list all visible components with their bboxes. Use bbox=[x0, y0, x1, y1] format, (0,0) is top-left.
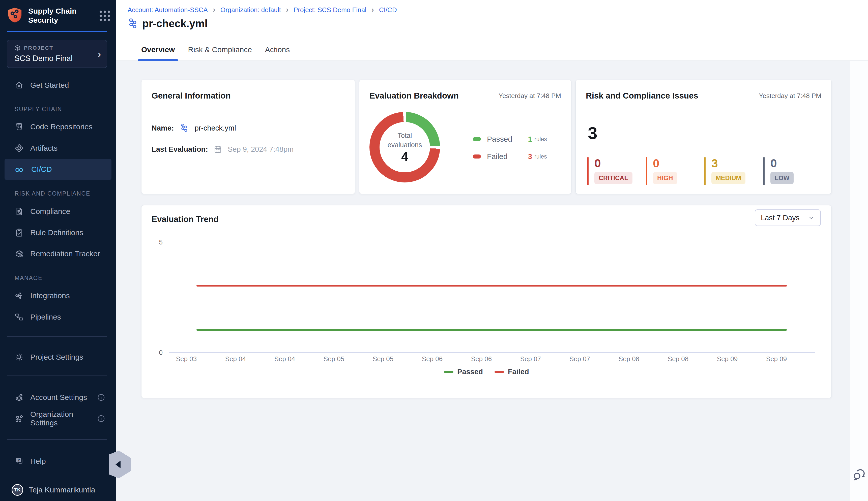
x-axis-label: Sep 06 bbox=[422, 355, 442, 363]
user-menu[interactable]: TK Teja Kummarikuntla bbox=[4, 479, 112, 501]
help-chat-icon: ? bbox=[14, 457, 24, 466]
failed-dash-icon bbox=[494, 371, 504, 373]
app-grid-icon[interactable] bbox=[100, 11, 110, 21]
x-axis-label: Sep 04 bbox=[274, 355, 295, 363]
home-icon bbox=[14, 81, 24, 90]
breadcrumb: Account: Automation-SSCA › Organization:… bbox=[128, 6, 397, 14]
info-icon[interactable] bbox=[97, 393, 105, 402]
severity-medium: 3 MEDIUM bbox=[704, 157, 745, 188]
date-range-select[interactable]: Last 7 Days bbox=[755, 210, 821, 226]
donut-total-value: 4 bbox=[401, 150, 408, 163]
sidebar-section-risk-compliance: RISK AND COMPLIANCE bbox=[14, 190, 90, 197]
support-chat-icon[interactable] bbox=[853, 468, 866, 481]
date-range-value: Last 7 Days bbox=[761, 214, 799, 222]
info-icon[interactable] bbox=[97, 414, 105, 423]
tab-overview[interactable]: Overview bbox=[138, 45, 178, 61]
sidebar-item-integrations[interactable]: Integrations bbox=[4, 285, 112, 306]
sidebar-section-supply-chain: SUPPLY CHAIN bbox=[14, 106, 62, 113]
card-title: Risk and Compliance Issues bbox=[586, 91, 698, 100]
sidebar-item-label: CI/CD bbox=[31, 165, 52, 174]
sidebar-divider bbox=[7, 375, 107, 376]
sidebar-item-account-settings[interactable]: Account Settings bbox=[4, 387, 112, 408]
breadcrumb-organization[interactable]: Organization: default bbox=[220, 6, 281, 14]
legend-count: 3 bbox=[528, 152, 532, 161]
x-axis-label: Sep 03 bbox=[176, 355, 197, 363]
severity-count: 0 bbox=[771, 157, 777, 170]
main-area: Account: Automation-SSCA › Organization:… bbox=[116, 0, 868, 501]
pipeline-icon bbox=[127, 18, 139, 30]
sidebar-item-artifacts[interactable]: Artifacts bbox=[4, 138, 112, 159]
severity-bar bbox=[587, 157, 588, 185]
account-settings-icon bbox=[14, 393, 24, 402]
timestamp: Yesterday at 7:48 PM bbox=[499, 92, 561, 100]
sidebar-divider bbox=[7, 439, 107, 440]
donut-center-label: Total evaluations bbox=[385, 131, 425, 150]
severity-low: 0 LOW bbox=[763, 157, 794, 188]
x-axis-label: Sep 06 bbox=[471, 355, 492, 363]
last-evaluation-label: Last Evaluation: bbox=[151, 145, 208, 153]
user-name: Teja Kummarikuntla bbox=[29, 486, 95, 494]
sidebar-item-cicd[interactable]: ∞ CI/CD bbox=[4, 159, 112, 180]
chevron-right-icon: › bbox=[97, 47, 101, 61]
app-logo-row: Supply Chain Security bbox=[7, 6, 110, 25]
severity-count: 3 bbox=[711, 157, 718, 170]
severity-bar bbox=[763, 157, 765, 185]
sidebar-item-label: Get Started bbox=[30, 81, 69, 89]
breadcrumb-cicd[interactable]: CI/CD bbox=[379, 6, 397, 14]
sidebar-divider bbox=[7, 336, 107, 337]
integrations-share-icon bbox=[14, 291, 24, 300]
failed-pill-icon bbox=[473, 154, 481, 159]
sidebar-item-label: Project Settings bbox=[30, 353, 83, 361]
y-axis-max-label: 5 bbox=[147, 238, 163, 246]
sidebar-section-manage: MANAGE bbox=[14, 275, 42, 281]
legend-item-failed: Failed bbox=[494, 368, 529, 376]
sidebar-item-label: Integrations bbox=[30, 291, 70, 300]
sidebar-item-label: Code Repositories bbox=[30, 122, 93, 131]
timestamp: Yesterday at 7:48 PM bbox=[759, 92, 822, 100]
calendar-icon bbox=[213, 145, 222, 153]
breadcrumb-account[interactable]: Account: Automation-SSCA bbox=[128, 6, 208, 14]
sidebar-item-pipelines[interactable]: Pipelines bbox=[4, 307, 112, 328]
sidebar: Supply Chain Security PROJECT SCS Demo F… bbox=[0, 0, 116, 501]
sidebar-item-label: Rule Definitions bbox=[30, 228, 83, 237]
x-axis-label: Sep 05 bbox=[324, 355, 344, 363]
gear-icon bbox=[14, 353, 24, 362]
app-root: Supply Chain Security PROJECT SCS Demo F… bbox=[0, 0, 868, 501]
sidebar-item-organization-settings[interactable]: Organization Settings bbox=[4, 408, 112, 429]
sidebar-item-project-settings[interactable]: Project Settings bbox=[4, 347, 112, 368]
sidebar-accent-divider bbox=[7, 31, 107, 32]
x-axis-label: Sep 07 bbox=[520, 355, 541, 363]
legend-label: Passed bbox=[457, 368, 483, 376]
avatar: TK bbox=[12, 484, 23, 496]
sidebar-item-label: Pipelines bbox=[30, 313, 61, 321]
sidebar-item-remediation-tracker[interactable]: Remediation Tracker bbox=[4, 243, 112, 264]
x-axis-label: Sep 07 bbox=[569, 355, 590, 363]
severity-count: 0 bbox=[653, 157, 659, 170]
severity-badge: LOW bbox=[771, 172, 794, 184]
sidebar-item-get-started[interactable]: Get Started bbox=[4, 75, 112, 96]
chevron-right-icon: › bbox=[213, 6, 215, 13]
legend-item-passed: Passed 1 rules bbox=[473, 135, 549, 143]
sidebar-item-label: Remediation Tracker bbox=[30, 249, 100, 258]
x-axis-label: Sep 09 bbox=[717, 355, 738, 363]
tab-actions[interactable]: Actions bbox=[262, 45, 293, 61]
sidebar-item-help[interactable]: ? Help bbox=[4, 451, 112, 472]
severity-bar bbox=[646, 157, 647, 185]
legend-unit: rules bbox=[534, 153, 549, 160]
card-title: General Information bbox=[151, 91, 231, 100]
severity-badge: HIGH bbox=[653, 172, 677, 184]
sidebar-item-rule-definitions[interactable]: Rule Definitions bbox=[4, 222, 112, 243]
sidebar-item-code-repositories[interactable]: Code Repositories bbox=[4, 116, 112, 137]
project-label: PROJECT bbox=[24, 45, 53, 51]
risk-compliance-issues-card: Risk and Compliance Issues Yesterday at … bbox=[575, 79, 832, 194]
sidebar-item-compliance[interactable]: Compliance bbox=[4, 201, 112, 222]
project-selector[interactable]: PROJECT SCS Demo Final › bbox=[7, 40, 107, 68]
breadcrumb-project[interactable]: Project: SCS Demo Final bbox=[294, 6, 366, 14]
code-repository-icon bbox=[14, 122, 24, 131]
card-title: Evaluation Breakdown bbox=[369, 91, 459, 100]
tab-risk-compliance[interactable]: Risk & Compliance bbox=[184, 45, 255, 61]
x-axis-label: Sep 08 bbox=[619, 355, 639, 363]
sidebar-item-label: Compliance bbox=[30, 207, 70, 216]
trend-x-axis: Sep 03 Sep 04 Sep 04 Sep 05 Sep 05 Sep 0… bbox=[186, 355, 776, 363]
pipeline-icon bbox=[179, 123, 189, 133]
